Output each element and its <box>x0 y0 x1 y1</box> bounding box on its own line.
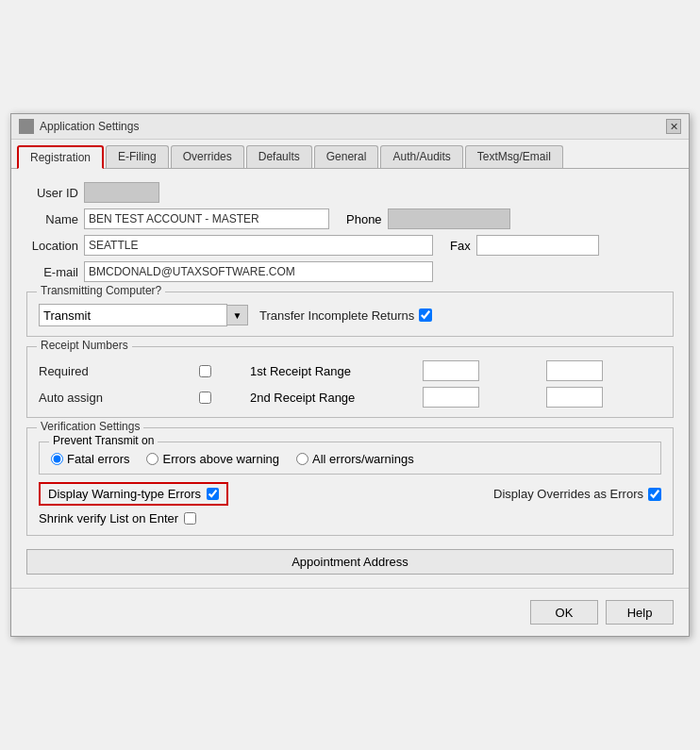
location-label: Location <box>26 239 78 253</box>
auto-assign-checkbox[interactable] <box>170 392 241 404</box>
first-range-input-2[interactable] <box>546 360 603 381</box>
tab-overrides[interactable]: Overrides <box>171 145 244 168</box>
help-button[interactable]: Help <box>606 600 674 625</box>
prevent-transmit-radio-row: Fatal errors Errors above warning All er… <box>51 452 649 466</box>
transmitting-section: Transmitting Computer? Transmit ▼ Transf… <box>26 292 674 337</box>
second-range-input-2[interactable] <box>546 387 603 408</box>
fatal-errors-label: Fatal errors <box>51 452 129 466</box>
all-errors-text: All errors/warnings <box>312 452 414 466</box>
first-range-label: 1st Receipt Range <box>250 364 413 378</box>
fax-input[interactable] <box>476 235 599 256</box>
verification-section: Verification Settings Prevent Transmit o… <box>26 427 674 536</box>
receipt-grid: Required 1st Receipt Range Auto assign 2… <box>39 360 661 408</box>
required-checkbox[interactable] <box>170 365 241 377</box>
display-warning-checkbox[interactable] <box>207 488 219 500</box>
transfer-incomplete-checkbox[interactable] <box>419 308 432 322</box>
phone-group: Phone <box>346 208 510 229</box>
verification-title: Verification Settings <box>37 420 143 433</box>
display-overrides-text: Display Overrides as Errors <box>493 487 643 501</box>
title-bar: Application Settings ✕ <box>11 114 689 140</box>
name-input[interactable] <box>84 208 329 229</box>
auto-assign-text: Auto assign <box>39 391 103 405</box>
location-input[interactable] <box>84 235 433 256</box>
user-id-input[interactable] <box>84 182 159 203</box>
name-row: Name Phone <box>26 208 674 229</box>
tab-general[interactable]: General <box>314 145 379 168</box>
tab-registration[interactable]: Registration <box>17 145 104 169</box>
email-row: E-mail <box>26 261 674 282</box>
user-id-row: User ID <box>26 182 674 203</box>
location-row: Location Fax <box>26 235 674 256</box>
second-range-label: 2nd Receipt Range <box>250 391 413 405</box>
transfer-incomplete-text: Transfer Incomplete Returns <box>259 308 414 323</box>
first-range-input-1[interactable] <box>423 360 479 381</box>
application-settings-window: Application Settings ✕ Registration E-Fi… <box>10 113 690 637</box>
all-errors-label: All errors/warnings <box>296 452 414 466</box>
fatal-errors-text: Fatal errors <box>67 452 129 466</box>
app-icon <box>19 119 34 134</box>
errors-above-warning-radio[interactable] <box>146 453 158 465</box>
receipt-numbers-section: Receipt Numbers Required 1st Receipt Ran… <box>26 346 674 418</box>
errors-above-warning-label: Errors above warning <box>146 452 279 466</box>
transmit-row: Transmit ▼ Transfer Incomplete Returns <box>39 304 661 326</box>
tab-defaults[interactable]: Defaults <box>246 145 312 168</box>
fatal-errors-radio[interactable] <box>51 453 63 465</box>
tab-content: User ID Name Phone Location Fax E-mail <box>11 169 689 588</box>
display-warning-text: Display Warning-type Errors <box>48 487 201 501</box>
display-warning-highlighted: Display Warning-type Errors <box>39 482 228 506</box>
select-dropdown-arrow[interactable]: ▼ <box>227 305 248 325</box>
phone-input[interactable] <box>388 208 510 229</box>
tab-efiling[interactable]: E-Filing <box>106 145 169 168</box>
warning-overrides-row: Display Warning-type Errors Display Over… <box>39 482 661 506</box>
window-title: Application Settings <box>40 120 139 133</box>
fax-group: Fax <box>450 235 599 256</box>
tab-auth-audits[interactable]: Auth/Audits <box>380 145 462 168</box>
footer: OK Help <box>11 588 689 636</box>
prevent-transmit-box: Prevent Transmit on Fatal errors Errors … <box>39 442 661 475</box>
phone-label: Phone <box>346 212 382 226</box>
fax-label: Fax <box>450 239 471 253</box>
shrink-verify-row: Shrink verify List on Enter <box>39 511 661 525</box>
second-range-input-1[interactable] <box>423 387 479 408</box>
display-overrides-checkbox[interactable] <box>648 488 661 501</box>
required-label: Required <box>39 364 160 378</box>
transmit-select-wrapper: Transmit ▼ <box>39 304 248 326</box>
transmitting-title: Transmitting Computer? <box>37 284 165 297</box>
tab-textmsg-email[interactable]: TextMsg/Email <box>465 145 563 168</box>
shrink-verify-checkbox[interactable] <box>184 512 196 525</box>
transmit-select[interactable]: Transmit <box>39 304 227 326</box>
tabs-bar: Registration E-Filing Overrides Defaults… <box>11 140 689 169</box>
auto-assign-label: Auto assign <box>39 391 160 405</box>
errors-above-warning-text: Errors above warning <box>162 452 279 466</box>
receipt-numbers-title: Receipt Numbers <box>37 339 132 352</box>
display-overrides-label: Display Overrides as Errors <box>493 487 661 501</box>
title-bar-left: Application Settings <box>19 119 139 134</box>
prevent-transmit-title: Prevent Transmit on <box>49 434 158 447</box>
user-id-label: User ID <box>26 186 78 200</box>
required-text: Required <box>39 364 89 378</box>
email-input[interactable] <box>84 261 433 282</box>
all-errors-radio[interactable] <box>296 453 308 465</box>
email-label: E-mail <box>26 265 78 279</box>
close-button[interactable]: ✕ <box>666 119 681 134</box>
appointment-address-button[interactable]: Appointment Address <box>26 549 674 575</box>
shrink-verify-text: Shrink verify List on Enter <box>39 511 178 525</box>
name-label: Name <box>26 212 78 226</box>
ok-button[interactable]: OK <box>530 600 598 625</box>
transfer-incomplete-label: Transfer Incomplete Returns <box>259 308 432 323</box>
